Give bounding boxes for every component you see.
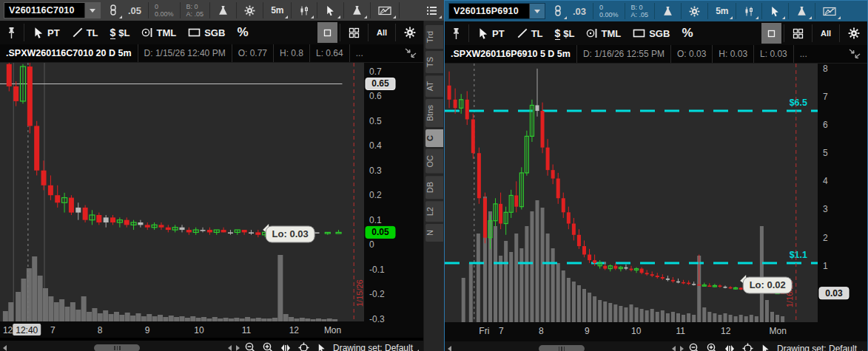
tab-oc[interactable]: OC (425, 149, 443, 174)
view-grid-button[interactable] (343, 22, 366, 43)
volume-bar (562, 270, 565, 322)
volume-bar (656, 312, 659, 322)
collapse-arrows-icon[interactable] (404, 47, 417, 59)
timeframe-button[interactable]: 5m (266, 1, 289, 20)
zoom-out-button[interactable] (688, 342, 702, 351)
tab-c[interactable]: C (425, 129, 443, 147)
pan-left-icon[interactable] (672, 346, 676, 351)
link-instrument-button[interactable] (548, 1, 568, 21)
volume-bar (305, 318, 310, 321)
volume-bar (109, 314, 114, 321)
analyze-flask-button[interactable] (657, 1, 679, 21)
divider (736, 3, 736, 19)
symbol-input-value: V260116C7010 (4, 5, 84, 16)
price-level-tool-button[interactable]: $ $L (104, 22, 136, 43)
pan-mode-button[interactable] (280, 341, 293, 351)
chart-settings-button[interactable] (239, 1, 260, 20)
timeframe-button[interactable]: 5m (710, 1, 733, 21)
zoom-in-button[interactable] (706, 342, 719, 351)
candle-body (186, 230, 192, 232)
collapse-arrows-icon[interactable] (848, 48, 861, 60)
symbol-toolbar: V260116P6910 .03 0 0.00% B: 0 A: .05 5m (445, 1, 867, 21)
chart-menu-button[interactable] (421, 1, 443, 20)
zoom-out-button[interactable] (244, 341, 258, 351)
cursor-mode-button[interactable] (759, 342, 773, 351)
tab-ts[interactable]: TS (425, 51, 443, 73)
tab-btns[interactable]: Btns (425, 99, 443, 127)
trendline-tool-button[interactable]: TL (511, 23, 549, 44)
tab-at[interactable]: AT (425, 75, 443, 97)
chart-header-more[interactable]: ... (794, 45, 813, 63)
toolbar-settings-button[interactable] (398, 22, 422, 43)
x-axis-tick-label: Fri (479, 326, 489, 336)
analyze-flask-button[interactable] (212, 1, 234, 20)
studies-flask-button[interactable] (791, 1, 813, 21)
chart-canvas[interactable]: $6.5$1.11/16/26876543210.03Fri789101112M… (445, 64, 867, 338)
price-chart[interactable]: 1/15/260.70.60.50.40.30.20.10-0.1-0.2-0.… (0, 63, 423, 341)
y-axis-tick-label: 0 (369, 239, 374, 250)
pan-right-icon[interactable] (236, 345, 240, 351)
change-value: 0 (155, 3, 174, 10)
percent-tool-button[interactable]: % (676, 23, 699, 44)
volume-bar (724, 313, 727, 322)
symbol-input[interactable]: V260116P6910 (448, 3, 545, 19)
view-all-button[interactable]: All (371, 22, 393, 43)
trendline-tool-button[interactable]: TL (66, 22, 104, 43)
tab-n[interactable]: N (425, 224, 443, 242)
view-all-button[interactable]: All (815, 23, 837, 44)
pin-toolbar-button[interactable] (446, 23, 466, 44)
pointer-tool-button[interactable]: PT (27, 22, 66, 43)
symbol-dropdown-button[interactable] (84, 3, 100, 18)
zoom-in-button[interactable] (262, 341, 275, 351)
pan-left-icon[interactable] (228, 345, 232, 351)
crosshair-mode-button[interactable] (297, 341, 311, 351)
chart-open-value: O: 0.03 (671, 45, 713, 63)
percent-tool-button[interactable]: % (231, 22, 254, 43)
drawing-set-selector[interactable]: Drawing set: Default (333, 343, 419, 351)
view-single-chart-button[interactable] (761, 23, 781, 44)
pointer-tool-button[interactable]: PT (471, 23, 511, 44)
pin-toolbar-button[interactable] (1, 22, 21, 43)
timeline-tool-button[interactable]: TML (135, 22, 182, 43)
chart-type-button[interactable] (739, 1, 759, 21)
crosshair-mode-button[interactable] (741, 342, 755, 351)
price-chart[interactable]: $6.5$1.11/16/26876543210.03Fri789101112M… (445, 64, 867, 341)
pan-mode-button[interactable] (724, 342, 737, 351)
tab-l2[interactable]: L2 (425, 201, 443, 222)
studies-flask-button[interactable] (346, 1, 368, 20)
pan-right-icon[interactable] (680, 346, 684, 351)
drawing-tools-button[interactable] (373, 1, 397, 20)
volume-bar (54, 302, 59, 321)
chevron-down-icon (90, 9, 95, 13)
chart-canvas[interactable]: 1/15/260.70.60.50.40.30.20.10-0.1-0.2-0.… (0, 63, 423, 338)
tab-db[interactable]: DB (425, 176, 443, 199)
candle-body (242, 230, 247, 232)
volume-bar (494, 226, 497, 322)
price-level-tool-button[interactable]: $ $L (549, 23, 581, 44)
volume-bar (770, 312, 774, 322)
candle-body (582, 246, 586, 254)
view-grid-button[interactable] (787, 23, 810, 44)
chart-scrollbar-handle[interactable] (94, 344, 140, 351)
scroll-left-icon[interactable] (448, 346, 451, 351)
drawing-tools-button[interactable] (818, 1, 841, 21)
drawing-set-selector[interactable]: Drawing set: Default (777, 344, 863, 351)
cursor-mode-button[interactable] (315, 341, 329, 351)
sgb-tool-button[interactable]: SGB (627, 23, 676, 44)
toolbar-settings-button[interactable] (842, 23, 866, 44)
timeline-tool-button[interactable]: TML (580, 23, 627, 44)
volume-bar (229, 318, 234, 321)
link-instrument-button[interactable] (104, 1, 123, 20)
symbol-dropdown-button[interactable] (529, 4, 545, 18)
chart-type-button[interactable] (294, 1, 314, 20)
scroll-left-icon[interactable] (3, 345, 7, 351)
cursor-tool-button[interactable] (764, 1, 786, 21)
chart-settings-button[interactable] (684, 1, 705, 21)
chart-scrollbar-handle[interactable] (539, 345, 585, 351)
view-single-chart-button[interactable] (317, 22, 337, 43)
cursor-tool-button[interactable] (320, 1, 341, 20)
symbol-input[interactable]: V260116C7010 (4, 2, 101, 18)
sgb-tool-button[interactable]: SGB (182, 22, 231, 43)
tab-trd[interactable]: Trd (425, 25, 443, 49)
chart-header-more[interactable]: ... (350, 44, 369, 62)
